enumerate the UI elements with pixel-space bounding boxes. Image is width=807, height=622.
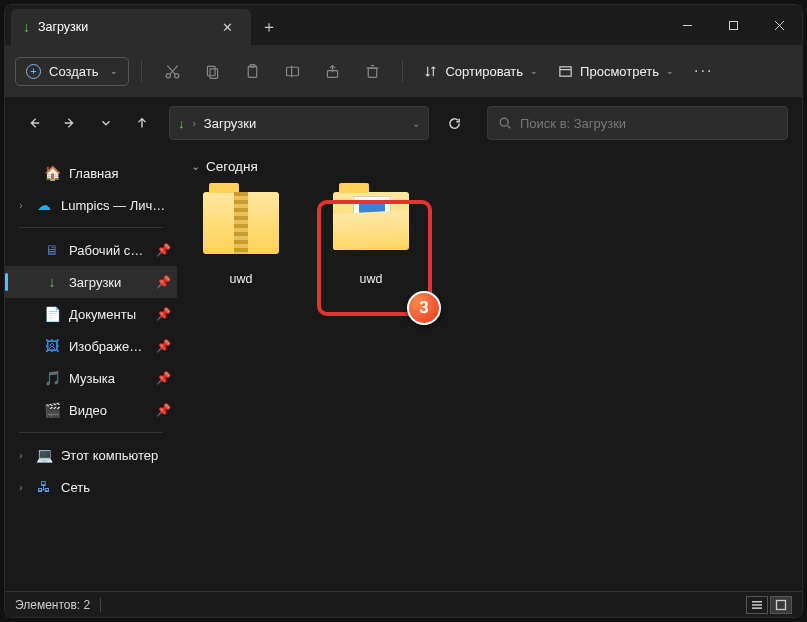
separator [19, 432, 163, 433]
plus-circle-icon: + [26, 64, 41, 79]
file-item-folder[interactable]: uwd [321, 184, 421, 286]
file-item-zip[interactable]: uwd [191, 184, 291, 286]
chevron-down-icon: ⌄ [530, 66, 538, 76]
tab-downloads[interactable]: ↓ Загрузки ✕ [11, 9, 251, 45]
sidebar-item-documents[interactable]: 📄 Документы 📌 [5, 298, 177, 330]
group-header-today[interactable]: ⌄ Сегодня [191, 159, 788, 174]
view-button[interactable]: Просмотреть ⌄ [550, 58, 682, 85]
music-icon: 🎵 [43, 369, 61, 387]
close-button[interactable] [756, 5, 802, 45]
desktop-icon: 🖥 [43, 241, 61, 259]
tab-title: Загрузки [38, 20, 207, 34]
details-view-button[interactable] [746, 596, 768, 614]
document-icon: 📄 [43, 305, 61, 323]
separator [402, 60, 403, 82]
file-label: uwd [321, 272, 421, 286]
chevron-down-icon: ⌄ [191, 160, 200, 173]
view-toggles [746, 596, 792, 614]
pc-icon: 💻 [35, 446, 53, 464]
picture-icon: 🖼 [43, 337, 61, 355]
sort-icon [423, 64, 438, 79]
forward-button[interactable] [55, 108, 85, 138]
download-icon: ↓ [178, 116, 185, 131]
refresh-button[interactable] [437, 106, 471, 140]
chevron-right-icon[interactable]: › [15, 482, 27, 493]
toolbar: + Создать ⌄ Сортировать ⌄ Просмотреть ⌄ … [5, 45, 802, 97]
download-icon: ↓ [23, 19, 30, 35]
breadcrumb[interactable]: Загрузки [204, 116, 256, 131]
recent-button[interactable] [91, 108, 121, 138]
view-label: Просмотреть [580, 64, 659, 79]
paste-button[interactable] [234, 53, 270, 89]
sort-button[interactable]: Сортировать ⌄ [415, 58, 546, 85]
explorer-window: ↓ Загрузки ✕ ＋ + Создать ⌄ Сортировать ⌄ [4, 4, 803, 618]
sidebar-item-music[interactable]: 🎵 Музыка 📌 [5, 362, 177, 394]
new-tab-button[interactable]: ＋ [251, 9, 287, 45]
svg-rect-12 [286, 67, 298, 76]
pin-icon: 📌 [156, 275, 171, 289]
pin-icon: 📌 [156, 243, 171, 257]
sidebar-item-network[interactable]: › 🖧 Сеть [5, 471, 177, 503]
file-label: uwd [191, 272, 291, 286]
search-placeholder: Поиск в: Загрузки [520, 116, 626, 131]
pin-icon: 📌 [156, 403, 171, 417]
svg-rect-23 [752, 604, 762, 606]
create-button[interactable]: + Создать ⌄ [15, 57, 129, 86]
search-input[interactable]: Поиск в: Загрузки [487, 106, 788, 140]
address-bar[interactable]: ↓ › Загрузки ⌄ [169, 106, 429, 140]
thumbnails-view-button[interactable] [770, 596, 792, 614]
chevron-right-icon[interactable]: › [15, 200, 27, 211]
svg-point-5 [175, 73, 179, 77]
sort-label: Сортировать [445, 64, 523, 79]
more-button[interactable]: ··· [686, 62, 721, 80]
svg-point-4 [166, 73, 170, 77]
sidebar: 🏠 Главная › ☁ Lumpics — Личное 🖥 Рабочий… [5, 149, 177, 591]
item-count: Элементов: 2 [15, 598, 90, 612]
svg-rect-24 [752, 607, 762, 609]
sidebar-item-pictures[interactable]: 🖼 Изображения 📌 [5, 330, 177, 362]
rename-button[interactable] [274, 53, 310, 89]
sidebar-item-this-pc[interactable]: › 💻 Этот компьютер [5, 439, 177, 471]
back-button[interactable] [19, 108, 49, 138]
create-label: Создать [49, 64, 98, 79]
svg-rect-18 [560, 66, 571, 75]
titlebar: ↓ Загрузки ✕ ＋ [5, 5, 802, 45]
separator [141, 60, 142, 82]
maximize-button[interactable] [710, 5, 756, 45]
sidebar-item-onedrive[interactable]: › ☁ Lumpics — Личное [5, 189, 177, 221]
svg-rect-1 [729, 21, 737, 29]
cut-button[interactable] [154, 53, 190, 89]
nav-row: ↓ › Загрузки ⌄ Поиск в: Загрузки [5, 97, 802, 149]
close-tab-icon[interactable]: ✕ [215, 20, 239, 35]
statusbar: Элементов: 2 [5, 591, 802, 617]
svg-rect-9 [210, 68, 218, 77]
share-button[interactable] [314, 53, 350, 89]
pin-icon: 📌 [156, 307, 171, 321]
chevron-right-icon: › [193, 118, 196, 129]
window-buttons [664, 5, 802, 45]
sidebar-item-videos[interactable]: 🎬 Видео 📌 [5, 394, 177, 426]
delete-button[interactable] [354, 53, 390, 89]
svg-rect-22 [752, 601, 762, 603]
pin-icon: 📌 [156, 371, 171, 385]
body: 🏠 Главная › ☁ Lumpics — Личное 🖥 Рабочий… [5, 149, 802, 591]
zip-icon [200, 192, 282, 262]
separator [19, 227, 163, 228]
chevron-down-icon[interactable]: ⌄ [412, 118, 420, 129]
chevron-down-icon: ⌄ [666, 66, 674, 76]
item-grid: uwd uwd [191, 184, 788, 286]
sidebar-item-home[interactable]: 🏠 Главная [5, 157, 177, 189]
content-area: ⌄ Сегодня uwd uwd [177, 149, 802, 591]
sidebar-item-downloads[interactable]: ↓ Загрузки 📌 [5, 266, 177, 298]
annotation-badge: 3 [407, 291, 441, 325]
home-icon: 🏠 [43, 164, 61, 182]
minimize-button[interactable] [664, 5, 710, 45]
chevron-right-icon[interactable]: › [15, 450, 27, 461]
network-icon: 🖧 [35, 478, 53, 496]
chevron-down-icon: ⌄ [110, 66, 118, 76]
view-icon [558, 64, 573, 79]
copy-button[interactable] [194, 53, 230, 89]
sidebar-item-desktop[interactable]: 🖥 Рабочий стол 📌 [5, 234, 177, 266]
up-button[interactable] [127, 108, 157, 138]
svg-rect-8 [207, 66, 215, 75]
